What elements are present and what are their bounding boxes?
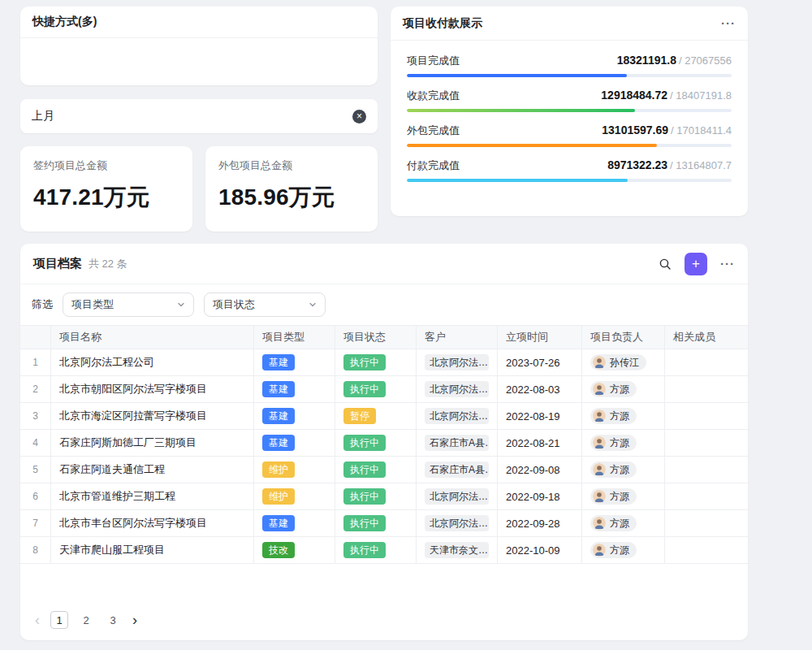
table-row[interactable]: 6 北京市管道维护三期工程 维护 执行中 北京阿尔法… 2022-09-18 方… <box>20 483 748 510</box>
table-row[interactable]: 8 天津市爬山服工程项目 技改 执行中 天津市奈文… 2022-10-09 方源 <box>20 537 748 564</box>
members-cell[interactable] <box>665 510 748 536</box>
table-title: 项目档案 <box>33 256 82 271</box>
project-status-badge[interactable]: 执行中 <box>343 488 386 505</box>
stat-title: 外包项目总金额 <box>218 158 365 173</box>
metric-label: 收款完成值 <box>407 89 460 103</box>
owner-chip[interactable]: 方源 <box>590 515 637 531</box>
start-date-cell[interactable]: 2022-10-09 <box>498 537 582 563</box>
owner-chip[interactable]: 孙传江 <box>590 354 646 370</box>
filter-label: 筛选 <box>32 297 53 312</box>
members-cell[interactable] <box>665 349 748 375</box>
add-record-button[interactable]: + <box>685 253 707 275</box>
column-header[interactable]: 立项时间 <box>498 326 582 349</box>
project-status-badge[interactable]: 执行中 <box>343 542 386 558</box>
next-page-icon[interactable]: › <box>131 613 139 627</box>
members-cell[interactable] <box>665 376 748 402</box>
project-status-badge[interactable]: 执行中 <box>343 515 386 531</box>
shortcut-card: 快捷方式(多) <box>20 6 378 85</box>
customer-chip[interactable]: 北京阿尔法… <box>425 408 489 424</box>
project-name-cell[interactable]: 石家庄阿道夫通信工程 <box>51 457 254 483</box>
project-name-cell[interactable]: 北京市朝阳区阿尔法写字楼项目 <box>51 376 254 402</box>
start-date-cell[interactable]: 2023-07-26 <box>498 349 582 375</box>
project-status-select[interactable]: 项目状态 <box>204 292 326 317</box>
column-header[interactable]: 项目负责人 <box>582 326 665 349</box>
project-type-select[interactable]: 项目类型 <box>63 292 194 317</box>
page-button-1[interactable]: 1 <box>50 611 68 629</box>
project-status-badge[interactable]: 执行中 <box>343 354 386 370</box>
members-cell[interactable] <box>665 483 748 509</box>
project-name-cell[interactable]: 石家庄阿斯加德工厂三期项目 <box>51 430 254 456</box>
owner-chip[interactable]: 方源 <box>590 435 637 451</box>
project-name-cell[interactable]: 北京市管道维护三期工程 <box>51 483 254 509</box>
project-name-cell[interactable]: 北京市海淀区阿拉蕾写字楼项目 <box>51 403 254 429</box>
start-date-cell[interactable]: 2022-09-08 <box>498 457 582 483</box>
owner-chip[interactable]: 方源 <box>590 408 637 424</box>
project-type-badge[interactable]: 基建 <box>262 408 295 424</box>
owner-name: 方源 <box>610 544 629 557</box>
customer-chip[interactable]: 天津市奈文… <box>425 542 489 558</box>
table-row[interactable]: 2 北京市朝阳区阿尔法写字楼项目 基建 执行中 北京阿尔法… 2022-08-0… <box>20 376 748 403</box>
owner-name: 方源 <box>610 383 629 396</box>
table-header-row: 项目名称 项目类型 项目状态 客户 立项时间 项目负责人 相关成员 <box>20 325 748 349</box>
customer-chip[interactable]: 石家庄市A县… <box>425 435 489 451</box>
progress-fill <box>407 109 635 112</box>
owner-chip[interactable]: 方源 <box>590 542 637 558</box>
column-header[interactable]: 相关成员 <box>665 326 748 349</box>
customer-chip[interactable]: 北京阿尔法… <box>425 354 489 370</box>
table-row[interactable]: 4 石家庄阿斯加德工厂三期项目 基建 执行中 石家庄市A县… 2022-08-2… <box>20 430 748 457</box>
start-date-cell[interactable]: 2022-08-03 <box>498 376 582 402</box>
project-type-badge[interactable]: 维护 <box>262 462 295 478</box>
start-date-cell[interactable]: 2022-08-21 <box>498 430 582 456</box>
project-status-badge[interactable]: 暂停 <box>343 408 376 424</box>
project-archive-card: 项目档案 共 22 条 + ··· 筛选 项目类型 项目状态 项 <box>20 244 748 640</box>
project-type-badge[interactable]: 基建 <box>262 515 295 531</box>
project-name-cell[interactable]: 天津市爬山服工程项目 <box>51 537 254 563</box>
start-date-cell[interactable]: 2022-08-19 <box>498 403 582 429</box>
date-filter-card[interactable]: 上月 × <box>20 99 378 133</box>
project-status-badge[interactable]: 执行中 <box>343 462 386 478</box>
column-header[interactable]: 项目类型 <box>254 326 335 349</box>
metric-label: 项目完成值 <box>407 54 460 68</box>
customer-chip[interactable]: 北京阿尔法… <box>425 488 489 505</box>
members-cell[interactable] <box>665 457 748 483</box>
date-filter-value[interactable]: 上月 <box>32 109 54 124</box>
start-date-cell[interactable]: 2022-09-18 <box>498 483 582 509</box>
start-date-cell[interactable]: 2022-09-28 <box>498 510 582 536</box>
clear-filter-icon[interactable]: × <box>352 110 366 124</box>
owner-chip[interactable]: 方源 <box>590 488 637 505</box>
project-type-badge[interactable]: 基建 <box>262 435 295 451</box>
page-button-2[interactable]: 2 <box>77 611 95 629</box>
prev-page-icon[interactable]: ‹ <box>33 613 41 627</box>
column-header[interactable]: 项目状态 <box>335 326 417 349</box>
page-button-3[interactable]: 3 <box>104 611 122 629</box>
project-type-badge[interactable]: 基建 <box>262 381 295 397</box>
table-row[interactable]: 1 北京阿尔法工程公司 基建 执行中 北京阿尔法… 2023-07-26 孙传江 <box>20 349 748 376</box>
more-icon[interactable]: ··· <box>721 16 736 30</box>
avatar <box>593 383 606 396</box>
project-type-badge[interactable]: 基建 <box>262 354 295 370</box>
customer-chip[interactable]: 北京阿尔法… <box>425 381 489 397</box>
project-status-badge[interactable]: 执行中 <box>343 381 386 397</box>
project-type-badge[interactable]: 技改 <box>262 542 295 558</box>
members-cell[interactable] <box>665 430 748 456</box>
column-header[interactable]: 项目名称 <box>51 326 254 349</box>
customer-chip[interactable]: 石家庄市A县… <box>425 462 489 478</box>
more-icon[interactable]: ··· <box>720 257 735 271</box>
metric-value: 12918484.72 <box>601 89 667 102</box>
customer-chip[interactable]: 北京阿尔法… <box>425 515 489 531</box>
owner-chip[interactable]: 方源 <box>590 381 637 397</box>
table-row[interactable]: 7 北京市丰台区阿尔法写字楼项目 基建 执行中 北京阿尔法… 2022-09-2… <box>20 510 748 537</box>
table-row[interactable]: 5 石家庄阿道夫通信工程 维护 执行中 石家庄市A县… 2022-09-08 方… <box>20 457 748 483</box>
table-row[interactable]: 3 北京市海淀区阿拉蕾写字楼项目 基建 暂停 北京阿尔法… 2022-08-19… <box>20 403 748 430</box>
project-name-cell[interactable]: 北京阿尔法工程公司 <box>51 349 254 375</box>
project-name-cell[interactable]: 北京市丰台区阿尔法写字楼项目 <box>51 510 254 536</box>
search-icon[interactable] <box>659 258 672 271</box>
project-type-badge[interactable]: 维护 <box>262 488 295 505</box>
owner-chip[interactable]: 方源 <box>590 462 637 478</box>
members-cell[interactable] <box>665 537 748 563</box>
row-index: 6 <box>20 483 51 509</box>
column-header[interactable]: 客户 <box>417 326 498 349</box>
metric-total: / 27067556 <box>679 54 732 67</box>
members-cell[interactable] <box>665 403 748 429</box>
project-status-badge[interactable]: 执行中 <box>343 435 386 451</box>
